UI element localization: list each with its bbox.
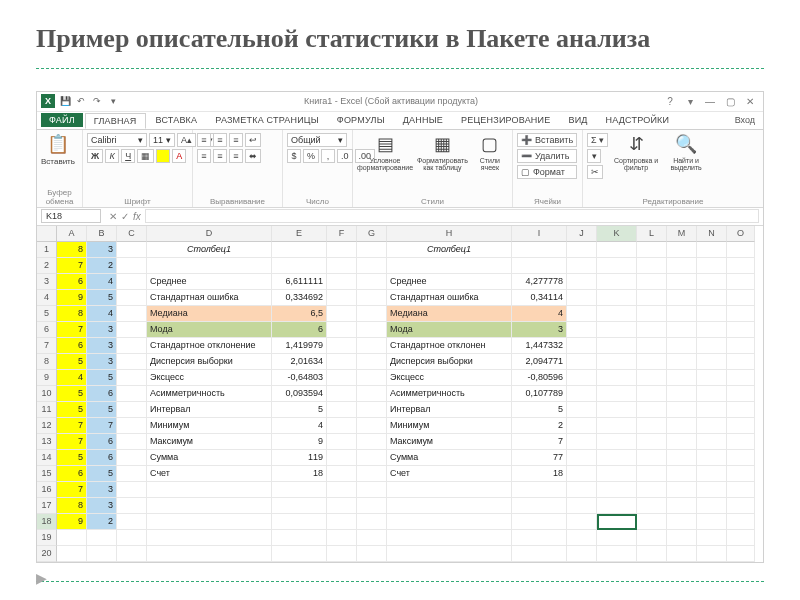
tab-вставка[interactable]: ВСТАВКА — [148, 113, 206, 127]
cell-F19[interactable] — [327, 530, 357, 546]
cell-A19[interactable] — [57, 530, 87, 546]
comma-button[interactable]: , — [321, 149, 335, 163]
row-header-7[interactable]: 7 — [37, 338, 57, 354]
merge-button[interactable]: ⬌ — [245, 149, 261, 163]
cell-H20[interactable] — [387, 546, 512, 562]
fill-button[interactable]: ▾ — [587, 149, 601, 163]
cell-D10[interactable]: Асимметричность — [147, 386, 272, 402]
col-header-N[interactable]: N — [697, 226, 727, 242]
cell-B19[interactable] — [87, 530, 117, 546]
cell-I11[interactable]: 5 — [512, 402, 567, 418]
cell-B20[interactable] — [87, 546, 117, 562]
cell-C16[interactable] — [117, 482, 147, 498]
cell-I19[interactable] — [512, 530, 567, 546]
cell-F12[interactable] — [327, 418, 357, 434]
col-header-F[interactable]: F — [327, 226, 357, 242]
autosum-button[interactable]: Σ ▾ — [587, 133, 608, 147]
cell-D12[interactable]: Минимум — [147, 418, 272, 434]
cell-K13[interactable] — [597, 434, 637, 450]
row-header-20[interactable]: 20 — [37, 546, 57, 562]
cell-K18[interactable] — [597, 514, 637, 530]
cell-E2[interactable] — [272, 258, 327, 274]
cell-G3[interactable] — [357, 274, 387, 290]
cell-F20[interactable] — [327, 546, 357, 562]
cell-F1[interactable] — [327, 242, 357, 258]
cancel-icon[interactable]: ✕ — [109, 211, 117, 222]
cell-E20[interactable] — [272, 546, 327, 562]
col-header-E[interactable]: E — [272, 226, 327, 242]
cell-M4[interactable] — [667, 290, 697, 306]
cell-H11[interactable]: Интервал — [387, 402, 512, 418]
undo-icon[interactable]: ↶ — [75, 95, 87, 107]
cell-N4[interactable] — [697, 290, 727, 306]
cell-H12[interactable]: Минимум — [387, 418, 512, 434]
cell-C13[interactable] — [117, 434, 147, 450]
paste-button[interactable]: 📋 Вставить — [41, 133, 75, 166]
cell-B1[interactable]: 3 — [87, 242, 117, 258]
cell-L7[interactable] — [637, 338, 667, 354]
cell-H15[interactable]: Счет — [387, 466, 512, 482]
cell-M2[interactable] — [667, 258, 697, 274]
cell-N1[interactable] — [697, 242, 727, 258]
cell-M11[interactable] — [667, 402, 697, 418]
cell-O2[interactable] — [727, 258, 755, 274]
cell-N12[interactable] — [697, 418, 727, 434]
col-header-B[interactable]: B — [87, 226, 117, 242]
col-header-I[interactable]: I — [512, 226, 567, 242]
cell-J6[interactable] — [567, 322, 597, 338]
col-header-H[interactable]: H — [387, 226, 512, 242]
cell-C7[interactable] — [117, 338, 147, 354]
row-header-17[interactable]: 17 — [37, 498, 57, 514]
cell-G2[interactable] — [357, 258, 387, 274]
cell-E10[interactable]: 0,093594 — [272, 386, 327, 402]
cell-A17[interactable]: 8 — [57, 498, 87, 514]
cell-J7[interactable] — [567, 338, 597, 354]
cell-E5[interactable]: 6,5 — [272, 306, 327, 322]
cell-N9[interactable] — [697, 370, 727, 386]
cell-F10[interactable] — [327, 386, 357, 402]
cell-I1[interactable] — [512, 242, 567, 258]
cell-J5[interactable] — [567, 306, 597, 322]
cell-H13[interactable]: Максимум — [387, 434, 512, 450]
percent-button[interactable]: % — [303, 149, 319, 163]
cell-B11[interactable]: 5 — [87, 402, 117, 418]
col-header-C[interactable]: C — [117, 226, 147, 242]
cell-L6[interactable] — [637, 322, 667, 338]
cell-E16[interactable] — [272, 482, 327, 498]
cell-H4[interactable]: Стандартная ошибка — [387, 290, 512, 306]
cell-B4[interactable]: 5 — [87, 290, 117, 306]
cell-E9[interactable]: -0,64803 — [272, 370, 327, 386]
col-header-G[interactable]: G — [357, 226, 387, 242]
cell-K3[interactable] — [597, 274, 637, 290]
row-header-18[interactable]: 18 — [37, 514, 57, 530]
cell-C18[interactable] — [117, 514, 147, 530]
font-name-select[interactable]: Calibri▾ — [87, 133, 147, 147]
cell-M16[interactable] — [667, 482, 697, 498]
cell-L17[interactable] — [637, 498, 667, 514]
cell-A16[interactable]: 7 — [57, 482, 87, 498]
cell-J16[interactable] — [567, 482, 597, 498]
cell-B13[interactable]: 6 — [87, 434, 117, 450]
cell-M17[interactable] — [667, 498, 697, 514]
tab-главная[interactable]: ГЛАВНАЯ — [85, 113, 146, 129]
cell-G9[interactable] — [357, 370, 387, 386]
cell-D19[interactable] — [147, 530, 272, 546]
cell-A10[interactable]: 5 — [57, 386, 87, 402]
cell-A1[interactable]: 8 — [57, 242, 87, 258]
maximize-button[interactable]: ▢ — [723, 94, 737, 108]
cell-N2[interactable] — [697, 258, 727, 274]
row-header-14[interactable]: 14 — [37, 450, 57, 466]
close-button[interactable]: ✕ — [743, 94, 757, 108]
cell-A2[interactable]: 7 — [57, 258, 87, 274]
cell-G16[interactable] — [357, 482, 387, 498]
col-header-M[interactable]: M — [667, 226, 697, 242]
cell-I6[interactable]: 3 — [512, 322, 567, 338]
cell-H9[interactable]: Эксцесс — [387, 370, 512, 386]
cell-M1[interactable] — [667, 242, 697, 258]
cell-F17[interactable] — [327, 498, 357, 514]
fx-icon[interactable]: fx — [133, 211, 141, 222]
cell-E17[interactable] — [272, 498, 327, 514]
cell-E14[interactable]: 119 — [272, 450, 327, 466]
tab-данные[interactable]: ДАННЫЕ — [395, 113, 451, 127]
cell-D16[interactable] — [147, 482, 272, 498]
